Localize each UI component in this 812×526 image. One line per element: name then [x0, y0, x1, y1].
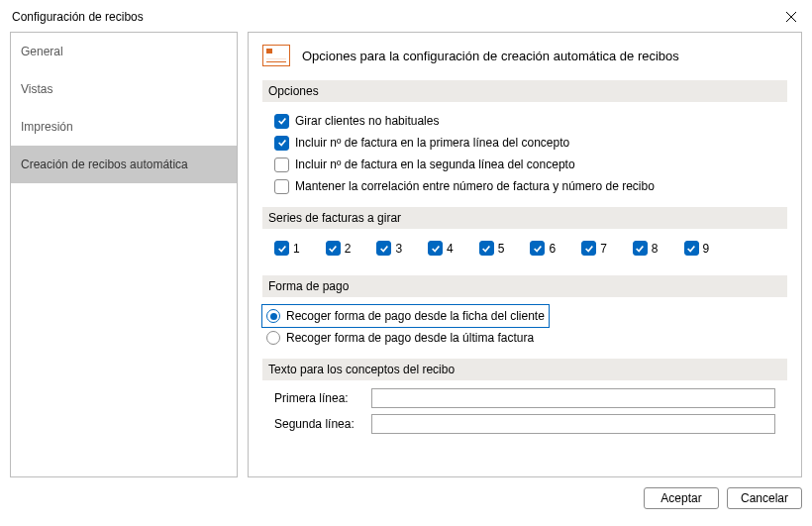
checkbox-serie-5[interactable] — [479, 241, 494, 256]
radio-ultima-factura-label: Recoger forma de pago desde la última fa… — [286, 329, 534, 347]
section-series-header: Series de facturas a girar — [262, 207, 787, 229]
sidebar: General Vistas Impresión Creación de rec… — [10, 32, 238, 477]
receipt-icon — [262, 45, 290, 66]
serie-1-label: 1 — [293, 242, 300, 256]
sidebar-item-vistas[interactable]: Vistas — [11, 70, 237, 108]
checkbox-incluir-segunda[interactable] — [274, 158, 289, 172]
section-opciones-header: Opciones — [262, 80, 787, 102]
serie-3-label: 3 — [395, 242, 402, 256]
window-title: Configuración de recibos — [12, 10, 144, 24]
serie-7-label: 7 — [600, 242, 607, 256]
serie-6-label: 6 — [549, 242, 556, 256]
checkbox-serie-2[interactable] — [326, 241, 341, 256]
checkbox-mantener-correlacion[interactable] — [274, 179, 289, 194]
serie-8-label: 8 — [652, 242, 659, 256]
checkbox-incluir-primera-label: Incluir nº de factura en la primera líne… — [295, 134, 569, 152]
close-icon[interactable] — [782, 8, 800, 26]
sidebar-item-general[interactable]: General — [11, 33, 237, 70]
serie-4-label: 4 — [447, 242, 454, 256]
sidebar-item-impresion[interactable]: Impresión — [11, 108, 237, 146]
checkbox-serie-7[interactable] — [581, 241, 596, 256]
page-title: Opciones para la configuración de creaci… — [302, 49, 679, 63]
checkbox-incluir-primera[interactable] — [274, 136, 289, 151]
checkbox-girar-clientes[interactable] — [274, 114, 289, 129]
main-panel: Opciones para la configuración de creaci… — [248, 32, 802, 477]
checkbox-serie-9[interactable] — [684, 241, 699, 256]
serie-2-label: 2 — [345, 242, 352, 256]
serie-9-label: 9 — [703, 242, 710, 256]
radio-ficha-cliente-label: Recoger forma de pago desde la ficha del… — [286, 307, 545, 325]
checkbox-mantener-correlacion-label: Mantener la correlación entre número de … — [295, 177, 655, 195]
serie-5-label: 5 — [498, 242, 505, 256]
checkbox-girar-clientes-label: Girar clientes no habituales — [295, 112, 439, 130]
radio-row-ficha-cliente[interactable]: Recoger forma de pago desde la ficha del… — [262, 305, 549, 327]
accept-button[interactable]: Aceptar — [644, 487, 719, 509]
primera-linea-input[interactable] — [371, 388, 775, 408]
checkbox-incluir-segunda-label: Incluir nº de factura en la segunda líne… — [295, 156, 575, 173]
segunda-linea-input[interactable] — [371, 414, 775, 434]
section-texto-header: Texto para los conceptos del recibo — [262, 359, 787, 380]
checkbox-serie-1[interactable] — [274, 241, 289, 256]
radio-ultima-factura[interactable] — [266, 331, 280, 345]
radio-ficha-cliente[interactable] — [266, 309, 280, 323]
section-forma-pago-header: Forma de pago — [262, 275, 787, 297]
primera-linea-label: Primera línea: — [274, 391, 363, 405]
cancel-button[interactable]: Cancelar — [727, 487, 802, 509]
checkbox-serie-6[interactable] — [530, 241, 545, 256]
checkbox-serie-3[interactable] — [376, 241, 391, 256]
checkbox-serie-4[interactable] — [428, 241, 443, 256]
radio-row-ultima-factura[interactable]: Recoger forma de pago desde la última fa… — [262, 327, 538, 349]
checkbox-serie-8[interactable] — [633, 241, 648, 256]
segunda-linea-label: Segunda línea: — [274, 417, 363, 431]
sidebar-item-creacion-recibos[interactable]: Creación de recibos automática — [11, 146, 237, 183]
